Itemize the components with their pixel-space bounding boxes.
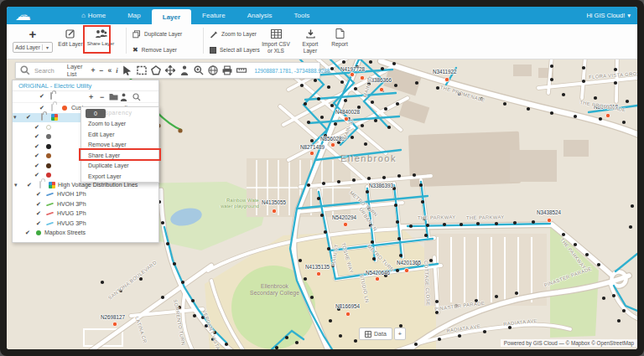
map-node-dot[interactable] bbox=[201, 316, 205, 319]
remove-layer-button[interactable]: ✖ Remove Layer bbox=[132, 44, 200, 56]
map-node-dot[interactable] bbox=[424, 234, 428, 237]
map-node-dot[interactable] bbox=[356, 65, 359, 69]
map-node-dot[interactable] bbox=[354, 339, 357, 343]
data-button[interactable]: Data bbox=[359, 328, 392, 340]
map-node-dot[interactable] bbox=[369, 224, 372, 227]
map-node-dot[interactable] bbox=[339, 334, 342, 338]
layer-row-hvug-1ph[interactable]: ✔ HVUG 1Ph bbox=[13, 209, 158, 219]
map-node-dot[interactable] bbox=[324, 134, 327, 137]
map-node-dot[interactable] bbox=[330, 104, 334, 107]
map-node-dot[interactable] bbox=[562, 93, 565, 96]
map-labeled-node-dot[interactable] bbox=[404, 268, 408, 272]
map-node-dot[interactable] bbox=[382, 176, 386, 179]
info-button[interactable]: i bbox=[116, 66, 117, 75]
map-node-dot[interactable] bbox=[396, 220, 399, 224]
menu-share-layer[interactable]: Share Layer bbox=[81, 151, 158, 162]
map-node-dot[interactable] bbox=[344, 99, 347, 102]
map-node-dot[interactable] bbox=[351, 136, 354, 139]
map-node-dot[interactable] bbox=[166, 242, 169, 245]
layer-name[interactable]: Mapbox Streets bbox=[44, 230, 86, 235]
folder-icon[interactable] bbox=[109, 93, 118, 101]
map-node-dot[interactable] bbox=[585, 253, 589, 256]
map-node-dot[interactable] bbox=[161, 221, 164, 224]
map-labeled-node-dot[interactable] bbox=[343, 222, 347, 226]
check-all-icon[interactable]: ✔ bbox=[39, 93, 44, 100]
map-node-dot[interactable] bbox=[337, 141, 340, 144]
street-view-tool[interactable] bbox=[179, 65, 190, 75]
map-node-dot[interactable] bbox=[322, 182, 325, 185]
layer-visibility-check[interactable]: ✔ bbox=[26, 114, 31, 121]
menu-export-layer[interactable]: Export Layer bbox=[81, 172, 158, 183]
map-node-dot[interactable] bbox=[392, 62, 396, 65]
map-labeled-node-dot[interactable] bbox=[316, 271, 320, 276]
lock-icon[interactable] bbox=[51, 104, 53, 111]
menu-duplicate-layer[interactable]: Duplicate Layer bbox=[81, 161, 158, 172]
cursor-tool[interactable] bbox=[122, 65, 132, 75]
map-node-dot[interactable] bbox=[419, 183, 423, 187]
map-node-dot[interactable] bbox=[429, 259, 433, 262]
map-node-dot[interactable] bbox=[574, 243, 577, 246]
map-node-dot[interactable] bbox=[416, 262, 419, 266]
share-layer-button[interactable]: Share Layer bbox=[84, 24, 117, 59]
map-node-dot[interactable] bbox=[139, 277, 143, 281]
panel-add-button[interactable]: + bbox=[89, 93, 93, 101]
map-node-dot[interactable] bbox=[597, 263, 600, 266]
map-labeled-node-dot[interactable] bbox=[379, 87, 383, 91]
map-node-dot[interactable] bbox=[622, 309, 626, 312]
panel-search-icon[interactable] bbox=[132, 93, 141, 101]
map-node-dot[interactable] bbox=[367, 82, 371, 85]
map-node-dot[interactable] bbox=[314, 79, 317, 82]
map-labeled-node-dot[interactable] bbox=[330, 142, 335, 147]
map-labeled-node-dot[interactable] bbox=[360, 75, 364, 80]
share-user-icon[interactable] bbox=[120, 93, 127, 101]
layer-name[interactable]: HVOH 3Ph bbox=[57, 201, 86, 207]
collapse-button[interactable]: « bbox=[107, 66, 112, 75]
map-node-dot[interactable] bbox=[475, 299, 478, 302]
map-node-dot[interactable] bbox=[550, 111, 553, 115]
expand-caret-icon[interactable]: ▾ bbox=[13, 114, 17, 121]
layer-row-hvoh-1ph[interactable]: ✔ HVOH 1Ph bbox=[13, 190, 158, 200]
map-node-dot[interactable] bbox=[614, 68, 617, 71]
zoom-out-button[interactable]: − bbox=[100, 66, 104, 75]
map-node-dot[interactable] bbox=[436, 86, 439, 90]
map-node-dot[interactable] bbox=[211, 338, 215, 341]
map-node-dot[interactable] bbox=[372, 257, 376, 261]
search-input[interactable]: Search bbox=[34, 67, 55, 75]
lock-icon[interactable] bbox=[50, 92, 52, 100]
map-node-dot[interactable] bbox=[392, 187, 396, 190]
map-node-dot[interactable] bbox=[304, 102, 307, 106]
map-node-dot[interactable] bbox=[304, 277, 307, 281]
map-node-dot[interactable] bbox=[330, 67, 334, 70]
map-node-dot[interactable] bbox=[371, 101, 374, 104]
map-node-dot[interactable] bbox=[173, 262, 176, 266]
map-node-dot[interactable] bbox=[423, 217, 426, 220]
gis-cloud-logo[interactable]: ☁GIS bbox=[15, 7, 31, 24]
map-node-dot[interactable] bbox=[599, 117, 602, 121]
map-node-dot[interactable] bbox=[631, 204, 634, 208]
map-node-dot[interactable] bbox=[307, 121, 310, 124]
select-box-tool[interactable] bbox=[137, 65, 147, 75]
map-node-dot[interactable] bbox=[337, 180, 340, 183]
map-labeled-node-dot[interactable] bbox=[344, 116, 348, 121]
report-button[interactable]: Report bbox=[327, 24, 352, 59]
map-node-dot[interactable] bbox=[415, 81, 418, 85]
data-expand-button[interactable]: + bbox=[394, 328, 406, 340]
transparency-row[interactable]: Transparency 0 bbox=[81, 107, 158, 119]
map-node-dot[interactable] bbox=[414, 343, 418, 346]
map-node-dot[interactable] bbox=[213, 331, 216, 334]
map-node-dot[interactable] bbox=[191, 299, 195, 302]
map-labeled-node-dot[interactable] bbox=[375, 276, 379, 281]
nav-layer[interactable]: Layer bbox=[152, 9, 191, 24]
layer-visibility-check[interactable]: ✔ bbox=[36, 210, 41, 217]
map-node-dot[interactable] bbox=[476, 222, 480, 225]
map-labeled-node-dot[interactable] bbox=[309, 151, 314, 155]
map-node-dot[interactable] bbox=[413, 173, 416, 177]
map-node-dot[interactable] bbox=[612, 294, 615, 297]
map-node-dot[interactable] bbox=[421, 200, 424, 204]
map-node-dot[interactable] bbox=[409, 224, 413, 228]
import-csv-button[interactable]: Import CSVor XLS bbox=[258, 24, 293, 59]
map-labeled-node-dot[interactable] bbox=[345, 312, 350, 316]
map-node-dot[interactable] bbox=[329, 319, 332, 322]
layer-visibility-check[interactable]: ✔ bbox=[25, 230, 30, 236]
layer-visibility-check[interactable]: ✔ bbox=[34, 172, 39, 178]
